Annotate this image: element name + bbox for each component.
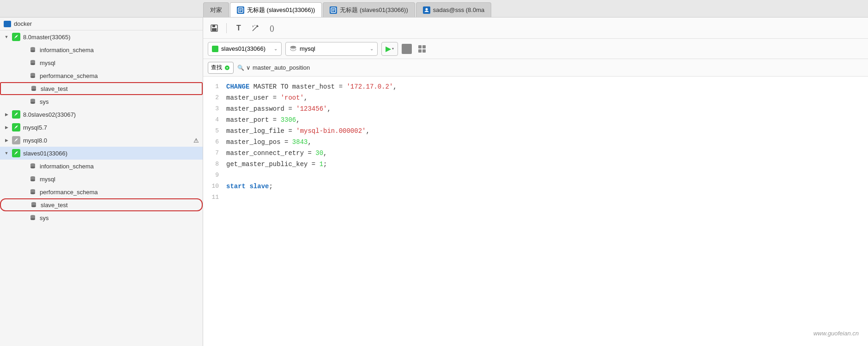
expand-arrow-slaves01[interactable]: ▼ (4, 150, 9, 156)
find-chevron-icon (224, 65, 230, 71)
code-line-5: 5master_log_file = 'mysql-bin.000002', (203, 125, 868, 137)
sidebar-item-perf_schema1[interactable]: performance_schema (0, 69, 203, 82)
svg-rect-40 (212, 25, 215, 27)
code-token: 3843 (292, 138, 308, 146)
sidebar-item-perf_schema2[interactable]: performance_schema (0, 185, 203, 198)
sidebar-label-slaves01: slaves01(33066) (23, 150, 67, 157)
code-token: ; (323, 161, 327, 168)
tab-bar: 对家 无标题 (slaves01(33066)) 无标题 (slaves01(3… (0, 0, 868, 18)
sidebar-item-slave_test1[interactable]: slave_test (0, 82, 203, 95)
code-line-9: 9 (203, 170, 868, 181)
sidebar-item-sys2[interactable]: sys (0, 211, 203, 224)
code-token: master_connect_retry = (226, 149, 315, 157)
line-content-4[interactable]: master_port = 3306, (226, 115, 868, 125)
sidebar-item-slaves02[interactable]: ▶8.0slaves02(33067) (0, 108, 203, 121)
grid-view-button[interactable] (416, 42, 428, 55)
save-button[interactable] (208, 22, 221, 35)
code-token: 1 (319, 161, 323, 168)
sidebar-label-slave_test2: slave_test (41, 202, 68, 209)
tab-unnamed1[interactable]: 无标题 (slaves01(33066)) (230, 2, 322, 17)
code-token: 3306 (281, 116, 296, 124)
sidebar-item-mysql80[interactable]: ▶mysql8.0⚠ (0, 134, 203, 147)
docker-label: docker (14, 20, 32, 27)
sidebar-label-mysql80: mysql8.0 (23, 137, 47, 144)
line-content-7[interactable]: master_connect_retry = 30, (226, 148, 868, 158)
tab-target-label: 对家 (210, 6, 222, 14)
code-line-6: 6master_log_pos = 3843, (203, 137, 868, 148)
tab-unnamed2-icon (330, 6, 337, 14)
find-label: 查找 (211, 64, 222, 72)
code-token: get_master_public_key = (226, 161, 319, 168)
toolbar: T () (203, 18, 868, 39)
code-token: , (393, 83, 397, 90)
search-input-area[interactable]: 🔍 ∨ master_auto_position (237, 64, 310, 71)
sidebar-label-mysql2: mysql (40, 176, 55, 183)
line-content-6[interactable]: master_log_pos = 3843, (226, 137, 868, 147)
expand-arrow-mysql80[interactable]: ▶ (4, 137, 9, 143)
db-icon-mysql1 (29, 59, 37, 67)
svg-rect-49 (422, 45, 426, 48)
expand-arrow-master8[interactable]: ▼ (4, 34, 9, 40)
code-token: master_port = (226, 116, 281, 124)
server-icon-mysql80 (12, 136, 20, 144)
line-content-1[interactable]: CHANGE MASTER TO master_host = '172.17.0… (226, 82, 868, 92)
magic-button[interactable] (249, 22, 262, 35)
sidebar-item-mysql57[interactable]: ▶mysql5.7 (0, 121, 203, 134)
svg-point-29 (30, 179, 35, 181)
line-content-5[interactable]: master_log_file = 'mysql-bin.000002', (226, 126, 868, 136)
tab-target[interactable]: 对家 (203, 2, 229, 17)
search-query: ∨ (246, 64, 251, 71)
server-icon-slaves01 (12, 149, 20, 157)
sidebar-item-sys1[interactable]: sys (0, 95, 203, 108)
code-token: CHANGE (226, 83, 249, 90)
sidebar-item-info_schema2[interactable]: information_schema (0, 160, 203, 173)
sidebar-item-slave_test2[interactable]: slave_test (0, 198, 203, 211)
line-number-8: 8 (203, 159, 226, 169)
database-select[interactable]: mysql ⌄ (285, 42, 378, 56)
line-content-10[interactable]: start slave; (226, 181, 868, 191)
sidebar-item-mysql1[interactable]: mysql (0, 56, 203, 69)
code-token: start (226, 183, 246, 190)
code-token: , (327, 105, 331, 113)
line-number-3: 3 (203, 104, 226, 114)
server-select[interactable]: slaves01(33066) ⌄ (208, 42, 282, 56)
sidebar-item-info_schema1[interactable]: information_schema (0, 43, 203, 56)
svg-rect-48 (418, 45, 422, 48)
warning-badge-mysql80: ⚠ (193, 137, 199, 144)
sidebar-item-mysql2[interactable]: mysql (0, 173, 203, 185)
code-editor[interactable]: 1CHANGE MASTER TO master_host = '172.17.… (203, 77, 868, 346)
code-token: '172.17.0.2' (346, 83, 393, 90)
line-number-1: 1 (203, 82, 226, 92)
tab-unnamed1-icon (237, 6, 244, 14)
code-token: 30 (315, 149, 323, 157)
db-icon-sys1 (29, 97, 37, 106)
run-button[interactable]: ▶ ▾ (381, 42, 398, 56)
find-button[interactable]: 查找 (208, 62, 234, 74)
sidebar-item-master8[interactable]: ▼8.0master(33065) (0, 30, 203, 43)
code-token: , (296, 116, 300, 124)
sidebar-label-master8: 8.0master(33065) (23, 34, 71, 41)
code-line-11: 11 (203, 192, 868, 203)
sidebar-label-mysql1: mysql (40, 60, 55, 66)
parens-button[interactable]: () (265, 22, 278, 35)
expand-arrow-slaves02[interactable]: ▶ (4, 112, 9, 117)
line-content-2[interactable]: master_user = 'root', (226, 93, 868, 103)
svg-rect-51 (422, 49, 426, 53)
line-content-3[interactable]: master_password = '123456', (226, 104, 868, 114)
database-icon (289, 45, 297, 53)
code-token: ; (269, 183, 272, 190)
text-icon: T (236, 24, 241, 32)
line-number-10: 10 (203, 181, 226, 191)
text-format-button[interactable]: T (232, 22, 245, 35)
run-play-icon: ▶ (386, 44, 391, 53)
svg-line-42 (253, 26, 257, 31)
line-content-8[interactable]: get_master_public_key = 1; (226, 159, 868, 169)
stop-button[interactable] (402, 44, 412, 54)
expand-arrow-mysql57[interactable]: ▶ (4, 125, 9, 130)
tab-sadas[interactable]: sadas@sss (8.0ma (416, 2, 491, 17)
tab-unnamed2[interactable]: 无标题 (slaves01(33066)) (323, 2, 415, 17)
code-token: master_log_pos = (226, 138, 292, 146)
sidebar-item-slaves01[interactable]: ▼slaves01(33066) (0, 147, 203, 160)
db-icon-sys2 (29, 214, 37, 222)
svg-point-23 (30, 102, 35, 104)
